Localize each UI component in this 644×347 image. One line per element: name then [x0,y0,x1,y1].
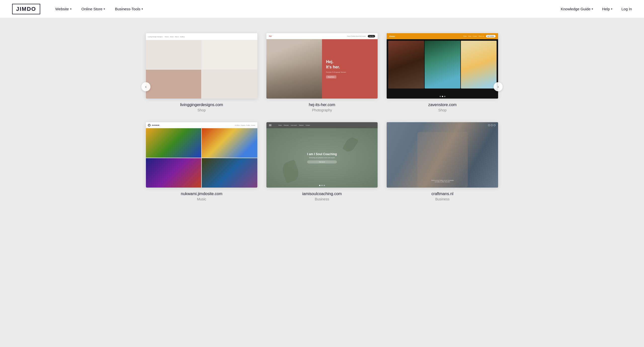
thumb-nav-links-zaven: HomeStoreContactWhat I do [463,35,484,37]
thumb-photo-hej [266,39,322,99]
card-subtitle-nukwami: Music [197,197,206,201]
leaf-decor-2 [342,136,358,154]
card-subtitle-livingginger: Shop [197,108,206,112]
nav-item-knowledge-guide[interactable]: Knowledge Guide ▾ [561,7,593,11]
thumb-art-grid-nukwami [146,128,257,188]
nav-item-website[interactable]: Website ▾ [55,7,71,11]
thumb-logo-circle-nukwami [148,124,150,126]
nav-knowledge-guide-label: Knowledge Guide [561,7,590,11]
img-cell-2 [202,40,257,69]
nav-item-help[interactable]: Help ▾ [602,7,612,11]
card-title-livingginger: livinggingerdesigns.com [180,103,223,107]
card-title-zaven: zavenstore.com [428,103,457,107]
card-hej[interactable]: her Home Portfolio About Me Kontakt Say … [266,33,378,112]
main-nav: JIMDO Website ▾ Online Store ▾ Business-… [0,0,644,18]
img-cell-3 [146,70,201,99]
thumb-nav-links: Home Store About Gallery [165,36,185,37]
card-subtitle-craftmans: Business [435,197,450,201]
thumb-hero-iamisoul: I am I Soul Coaching Embracing your grea… [266,128,378,188]
thumb-nav-logo-zaven: Zaven [389,35,395,37]
art-cell-4 [202,158,257,188]
chevron-down-icon: ▾ [104,8,105,10]
leaf-decor-1 [280,160,301,184]
card-thumb-nukwami: NUKWAMI Art Work Projects Profile Contac… [146,122,257,188]
thumb-portraits-zaven [387,39,498,99]
dot-indicator-zaven [439,96,445,97]
thumb-nav-logo: Living Ginger Designs [148,36,163,37]
card-subtitle-hej: Photography [312,108,332,112]
thumb-nav-links-hej: Home Portfolio About Me Kontakt [347,35,366,37]
portrait-3 [461,41,497,89]
thumb-person-area [417,132,468,187]
thumb-nav-links-iamisoul: HomeDienstenLive-coachTarievenContact [278,124,310,126]
thumb-dots-craftmans [488,124,496,126]
portrait-2 [425,41,460,89]
nav-item-business-tools[interactable]: Business-Tools ▾ [115,7,143,11]
card-zaven[interactable]: Zaven HomeStoreContactWhat I do My Portf… [387,33,498,112]
nav-login[interactable]: Log In [621,7,632,11]
nav-business-tools-label: Business-Tools [115,7,140,11]
arrow-right-icon: › [497,84,499,89]
card-subtitle-iamisoul: Business [315,197,329,201]
card-subtitle-zaven: Shop [438,108,447,112]
img-cell-1 [146,40,201,69]
logo[interactable]: JIMDO [12,4,40,14]
gallery-main: ‹ › Living Ginger Designs Home Store Abo… [0,18,644,347]
card-title-craftmans: craftmans.nl [431,192,453,196]
portrait-1 [388,41,424,89]
nav-website-label: Website [55,7,69,11]
thumb-logo-text-nukwami: NUKWAMI [152,124,159,126]
nav-item-online-store[interactable]: Online Store ▾ [82,7,105,11]
card-thumb-iamisoul: HomeDienstenLive-coachTarievenContact I … [266,122,378,188]
chevron-down-icon: ▾ [142,8,143,10]
nav-online-store-label: Online Store [82,7,102,11]
art-cell-3 [146,158,201,188]
thumb-text-hej: Hej.It's her. Portraits To Empower Women… [322,39,378,99]
card-title-nukwami: nukwami.jimdosite.com [181,192,222,196]
card-thumb-craftmans: Check out our Gallery on our Homepageat … [387,122,498,188]
card-craftmans[interactable]: Check out our Gallery on our Homepageat … [387,122,498,201]
card-iamisoul[interactable]: HomeDienstenLive-coachTarievenContact I … [266,122,378,201]
nav-left: Website ▾ Online Store ▾ Business-Tools … [55,7,561,11]
card-thumb-hej: her Home Portfolio About Me Kontakt Say … [266,33,378,99]
dot-indicator-iamisoul [319,185,325,186]
thumb-nav-btn-hej: Say Hej [368,35,375,37]
thumb-logo-sq-iamisoul [269,124,271,126]
art-cell-2 [202,128,257,158]
gallery-grid: ‹ › Living Ginger Designs Home Store Abo… [146,33,498,201]
card-livingginger[interactable]: Living Ginger Designs Home Store About G… [146,33,257,112]
img-cell-4 [202,70,257,99]
thumb-nav-logo-hej: her [269,35,272,37]
card-thumb-zaven: Zaven HomeStoreContactWhat I do My Portf… [387,33,498,99]
nav-help-label: Help [602,7,610,11]
nav-right: Knowledge Guide ▾ Help ▾ Log In [561,7,632,11]
chevron-down-icon: ▾ [611,8,612,10]
arrow-left-icon: ‹ [145,84,146,89]
next-arrow[interactable]: › [494,82,503,91]
chevron-down-icon: ▾ [592,8,593,10]
prev-arrow[interactable]: ‹ [141,82,150,91]
art-cell-1 [146,128,201,158]
card-title-iamisoul: iamisoulcoaching.com [302,192,342,196]
thumb-nav-btn-zaven: My Portfolio [486,35,496,37]
thumb-text-craftmans: Check out our Gallery on our Homepageat … [389,180,496,183]
card-nukwami[interactable]: NUKWAMI Art Work Projects Profile Contac… [146,122,257,201]
card-thumb-livingginger: Living Ginger Designs Home Store About G… [146,33,257,99]
thumb-nav-links-nukwami: Art Work Projects Profile Contact [235,124,255,126]
card-title-hej: hej-its-her.com [309,103,335,107]
chevron-down-icon: ▾ [70,8,71,10]
